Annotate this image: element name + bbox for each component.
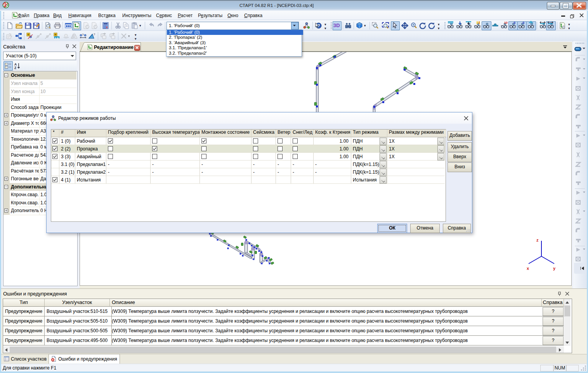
svg-text:z: z [536,238,539,242]
svg-text:x: x [527,266,529,271]
svg-text:y: y [553,266,556,271]
